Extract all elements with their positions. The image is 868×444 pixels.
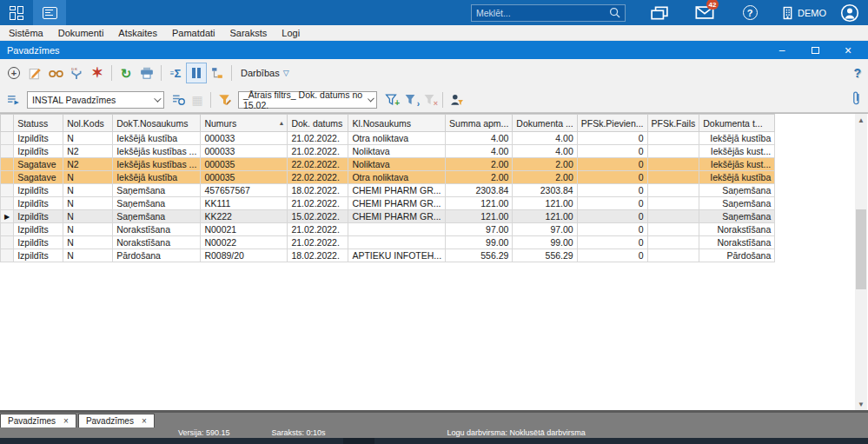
cell-r2-c3[interactable]: Iekšējās kustības ... <box>113 145 201 158</box>
menu-item-dokumenti[interactable]: Dokumenti <box>58 28 104 38</box>
cell-r7-c2[interactable]: N <box>63 210 113 223</box>
row-selector-cell[interactable] <box>1 236 14 249</box>
global-search[interactable] <box>471 4 626 22</box>
tab-close-icon[interactable]: × <box>142 416 147 426</box>
cell-r8-c8[interactable]: 97.00 <box>513 223 577 236</box>
cell-r4-c8[interactable]: 2.00 <box>513 171 577 184</box>
cell-r10-c10[interactable] <box>647 249 699 262</box>
cell-r9-c3[interactable]: Norakstīšana <box>113 236 201 249</box>
quick-filter-combobox[interactable]: _Ātrais filtrs_ Dok. datums no 15.02. <box>238 91 377 109</box>
cell-r6-c2[interactable]: N <box>63 197 113 210</box>
cell-r4-c7[interactable]: 2.00 <box>446 171 513 184</box>
menu-item-sistēma[interactable]: Sistēma <box>9 28 43 38</box>
row-selector-cell[interactable] <box>1 184 14 197</box>
cell-r3-c3[interactable]: Iekšējās kustības ... <box>113 158 201 171</box>
window-help-button[interactable]: ? <box>853 65 861 81</box>
taskbar-item[interactable] <box>343 438 374 444</box>
cell-r1-c11[interactable]: Iekšējā kustība <box>699 132 775 145</box>
filter-add-button[interactable]: + <box>381 90 401 109</box>
cell-r2-c2[interactable]: N2 <box>63 145 113 158</box>
cell-r8-c10[interactable] <box>647 223 699 236</box>
cell-r9-c6[interactable] <box>348 236 446 249</box>
cell-r10-c4[interactable]: R0089/20 <box>201 249 288 262</box>
cell-r6-c5[interactable]: 21.02.2022. <box>288 197 348 210</box>
cell-r8-c3[interactable]: Norakstīšana <box>113 223 201 236</box>
user-button[interactable] <box>835 0 865 25</box>
list-combobox[interactable]: INSTAL Pavadzīmes <box>27 91 164 109</box>
cell-r6-c8[interactable]: 121.00 <box>513 197 577 210</box>
sum-button[interactable]: ≡Σ <box>165 63 186 83</box>
column-header-6[interactable]: Kl.Nosaukums <box>348 115 446 132</box>
cell-r4-c10[interactable] <box>647 171 699 184</box>
company-menu[interactable]: DEMO <box>782 6 826 20</box>
print-button[interactable] <box>136 63 157 83</box>
minimize-button[interactable]: – <box>765 41 798 59</box>
cell-r3-c6[interactable]: Noliktava <box>348 158 446 171</box>
cell-r5-c10[interactable] <box>647 184 699 197</box>
cell-r1-c5[interactable]: 21.02.2022. <box>288 132 348 145</box>
cell-r5-c8[interactable]: 2303.84 <box>513 184 577 197</box>
cell-r3-c2[interactable]: N2 <box>63 158 113 171</box>
menu-item-pamatdati[interactable]: Pamatdati <box>172 28 215 38</box>
cell-r5-c1[interactable]: Izpildīts <box>14 184 63 197</box>
cell-r2-c5[interactable]: 21.02.2022. <box>288 145 348 158</box>
cell-r8-c1[interactable]: Izpildīts <box>14 223 63 236</box>
cell-r3-c1[interactable]: Sagatave <box>14 158 63 171</box>
cell-r10-c5[interactable]: 18.02.2022. <box>288 249 348 262</box>
windows-button[interactable] <box>645 0 674 25</box>
column-header-8[interactable]: Dokumenta ... <box>513 115 577 132</box>
attachment-button[interactable] <box>851 90 861 109</box>
cell-r6-c10[interactable] <box>647 197 699 210</box>
row-selector-cell[interactable] <box>1 132 14 145</box>
dashboard-tile[interactable] <box>0 0 33 25</box>
row-selector-cell[interactable] <box>1 171 14 184</box>
cell-r3-c5[interactable]: 22.02.2022. <box>288 158 348 171</box>
cell-r1-c4[interactable]: 000033 <box>201 132 288 145</box>
cell-r1-c7[interactable]: 4.00 <box>446 132 513 145</box>
menu-item-logi[interactable]: Logi <box>282 28 300 38</box>
cell-r9-c5[interactable]: 21.02.2022. <box>288 236 348 249</box>
cell-r2-c8[interactable]: 4.00 <box>513 145 577 158</box>
row-selector-cell[interactable] <box>1 158 14 171</box>
close-button[interactable]: × <box>832 41 865 59</box>
scrollbar-thumb[interactable] <box>856 209 866 289</box>
cell-r7-c11[interactable]: Saņemšana <box>699 210 775 223</box>
vertical-scrollbar[interactable]: ▲ ▼ <box>855 114 867 410</box>
cell-r1-c1[interactable]: Izpildīts <box>14 132 63 145</box>
mail-button[interactable]: 42 <box>690 0 719 25</box>
search-input[interactable] <box>476 8 609 18</box>
cell-r4-c4[interactable]: 000035 <box>201 171 288 184</box>
profile-filter-button[interactable] <box>447 90 466 109</box>
cell-r7-c6[interactable]: CHEMI PHARM GR... <box>348 210 446 223</box>
table-row[interactable]: IzpildītsNSaņemšanaKK11121.02.2022.CHEMI… <box>1 197 775 210</box>
actions-dropdown[interactable]: Darbības ▽ <box>241 68 289 78</box>
cell-r1-c2[interactable]: N <box>63 132 113 145</box>
cell-r6-c7[interactable]: 121.00 <box>446 197 513 210</box>
cell-r5-c5[interactable]: 18.02.2022. <box>288 184 348 197</box>
cell-r2-c10[interactable] <box>647 145 699 158</box>
cell-r10-c11[interactable]: Pārdošana <box>699 249 775 262</box>
menu-item-saraksts[interactable]: Saraksts <box>230 28 268 38</box>
row-selector-cell[interactable] <box>1 249 14 262</box>
filter-apply-button[interactable]: › <box>401 90 420 109</box>
columns-view-button[interactable] <box>186 63 207 83</box>
cell-r8-c5[interactable]: 21.02.2022. <box>288 223 348 236</box>
row-selector-cell[interactable] <box>1 223 14 236</box>
cell-r2-c1[interactable]: Izpildīts <box>14 145 63 158</box>
table-row[interactable]: IzpildītsNSaņemšana45765756718.02.2022.C… <box>1 184 775 197</box>
cell-r10-c9[interactable]: 0 <box>577 249 647 262</box>
cell-r4-c9[interactable]: 0 <box>577 171 647 184</box>
cell-r1-c9[interactable]: 0 <box>577 132 647 145</box>
cell-r9-c8[interactable]: 99.00 <box>513 236 577 249</box>
cell-r6-c11[interactable]: Saņemšana <box>699 197 775 210</box>
grid-settings-button[interactable]: ▦ <box>188 90 207 109</box>
row-selector-cell[interactable] <box>1 145 14 158</box>
row-marker-icon[interactable]: ▶ <box>1 210 14 223</box>
cell-r3-c9[interactable]: 0 <box>577 158 647 171</box>
cell-r8-c11[interactable]: Norakstīšana <box>699 223 775 236</box>
cell-r7-c9[interactable]: 0 <box>577 210 647 223</box>
cell-r7-c4[interactable]: KK222 <box>201 210 288 223</box>
cell-r5-c7[interactable]: 2303.84 <box>446 184 513 197</box>
cell-r10-c7[interactable]: 556.29 <box>446 249 513 262</box>
cell-r5-c11[interactable]: Saņemšana <box>699 184 775 197</box>
